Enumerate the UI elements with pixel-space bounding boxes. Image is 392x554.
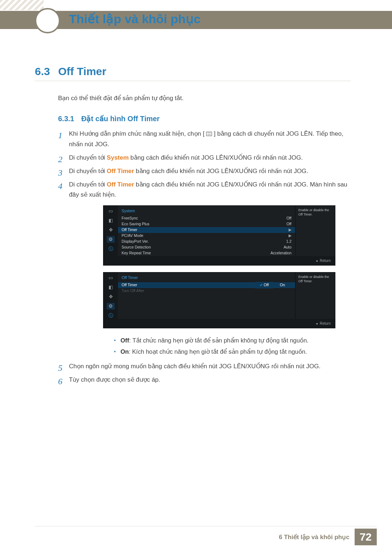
- steps-list: 1 Khi Hướng dẫn phím chức năng xuất hiện…: [58, 129, 351, 385]
- step-number: 1: [58, 128, 62, 143]
- osd-main: System FreeSyncOff Eco Saving PlusOff Of…: [118, 206, 295, 256]
- step-text: bằng cách điều khiển nút JOG LÊN/XUỐNG r…: [130, 154, 303, 161]
- osd-main: Off Timer Off Timer ✔Off On Turn Off Aft…: [118, 272, 295, 319]
- osd-row: Key Repeat TimeAcceleration: [118, 250, 295, 256]
- keyword-offtimer: Off Timer: [107, 181, 134, 188]
- footer-chapter: 6 Thiết lập và khôi phục: [279, 533, 349, 541]
- osd-help-panel: Enable or disable the Off Timer.: [295, 206, 335, 256]
- step-number: 3: [58, 165, 62, 180]
- step-text: Tùy chọn được chọn sẽ được áp.: [69, 376, 160, 383]
- page: Thiết lập và khôi phục 6.3 Off Timer Bạn…: [0, 0, 392, 554]
- return-arrow-icon: ◂: [316, 320, 318, 327]
- chapter-title: Thiết lập và khôi phục: [69, 12, 200, 26]
- sidebar-info-icon: ⓘ: [107, 246, 115, 252]
- osd-body: ▭ ◧ ✥ ⚙ ⓘ System FreeSyncOff Eco Saving …: [103, 206, 335, 256]
- osd-title: Off Timer: [118, 272, 295, 282]
- step-number: 5: [58, 361, 62, 376]
- osd-body: ▭ ◧ ✥ ⚙ ⓘ Off Timer Off Timer: [103, 272, 335, 319]
- osd-system-menu: ▭ ◧ ✥ ⚙ ⓘ System FreeSyncOff Eco Saving …: [103, 205, 335, 266]
- osd-row: DisplayPort Ver.1.2: [118, 239, 295, 245]
- step-2: 2 Di chuyển tới System bằng cách điều kh…: [58, 153, 351, 163]
- osd-row-selected: Off Timer▶: [118, 227, 295, 233]
- sidebar-color-icon: ◧: [107, 284, 115, 291]
- osd-title: System: [118, 206, 295, 216]
- step-text: Chọn ngôn ngữ mong muốn bằng cách điều k…: [69, 363, 320, 370]
- section-heading: 6.3 Off Timer: [35, 65, 351, 81]
- sidebar-picture-icon: ▭: [107, 275, 115, 281]
- return-label: Return: [320, 258, 331, 264]
- section-underline: [35, 81, 351, 81]
- chapter-badge: [35, 8, 60, 33]
- sidebar-picture-icon: ▭: [107, 208, 115, 214]
- osd-sidebar: ▭ ◧ ✥ ⚙ ⓘ: [103, 206, 118, 256]
- return-arrow-icon: ◂: [316, 258, 318, 264]
- keyword-offtimer: Off Timer: [107, 168, 134, 175]
- osd-row: Eco Saving PlusOff: [118, 221, 295, 227]
- sidebar-system-icon: ⚙: [107, 236, 115, 243]
- step-number: 4: [58, 179, 62, 194]
- sidebar-nav-icon: ✥: [107, 294, 115, 300]
- osd-footer: ◂Return: [103, 256, 335, 265]
- step-1: 1 Khi Hướng dẫn phím chức năng xuất hiện…: [58, 129, 351, 150]
- sidebar-system-icon: ⚙: [107, 303, 115, 309]
- osd-sidebar: ▭ ◧ ✥ ⚙ ⓘ: [103, 272, 118, 319]
- osd-row: PC/AV Mode▶: [118, 233, 295, 239]
- step-text: Di chuyển tới: [69, 168, 107, 175]
- sidebar-color-icon: ◧: [107, 217, 115, 224]
- option-descriptions: Off: Tắt chức năng hẹn giờ tắt để sản ph…: [114, 335, 351, 358]
- step-3: 3 Di chuyển tới Off Timer bằng cách điều…: [58, 166, 351, 177]
- osd-row: FreeSyncOff: [118, 216, 295, 221]
- subsection-heading: 6.3.1 Đặt cấu hình Off Timer: [58, 114, 351, 123]
- step-number: 6: [58, 374, 62, 389]
- step-5: 5 Chọn ngôn ngữ mong muốn bằng cách điều…: [58, 361, 351, 372]
- menu-icon: [206, 132, 212, 136]
- keyword-system: System: [107, 154, 128, 161]
- sidebar-nav-icon: ✥: [107, 227, 115, 233]
- osd-row-selected: Off Timer ✔Off On: [118, 282, 295, 288]
- intro-text: Bạn có thể thiết đặt để sản phẩm tự động…: [58, 94, 351, 102]
- page-number: 72: [355, 529, 377, 545]
- check-icon: ✔: [260, 283, 263, 287]
- step-text: Di chuyển tới: [69, 154, 107, 161]
- page-footer: 6 Thiết lập và khôi phục 72: [279, 529, 377, 545]
- osd-help-panel: Enable or disable the Off Timer.: [295, 272, 335, 319]
- step-4: 4 Di chuyển tới Off Timer bằng cách điều…: [58, 180, 351, 358]
- step-text: Di chuyển tới: [69, 181, 107, 188]
- step-6: 6 Tùy chọn được chọn sẽ được áp.: [58, 375, 351, 385]
- step-number: 2: [58, 152, 62, 167]
- subsection-number: 6.3.1: [58, 115, 74, 123]
- bullet-off: Off: Tắt chức năng hẹn giờ tắt để sản ph…: [114, 335, 351, 346]
- osd-row: Turn Off After: [118, 288, 295, 294]
- step-text: bằng cách điều khiển nút JOG LÊN/XUỐNG r…: [136, 168, 308, 175]
- content-area: 6.3 Off Timer Bạn có thể thiết đặt để sả…: [35, 65, 351, 388]
- section-title: Off Timer: [58, 65, 106, 78]
- osd-screenshots: ▭ ◧ ✥ ⚙ ⓘ System FreeSyncOff Eco Saving …: [103, 205, 351, 328]
- bullet-on: On: Kích hoạt chức năng hẹn giờ tắt để s…: [114, 346, 351, 357]
- section-number: 6.3: [35, 65, 50, 78]
- subsection-title: Đặt cấu hình Off Timer: [81, 115, 160, 123]
- step-text: Khi Hướng dẫn phím chức năng xuất hiện, …: [69, 130, 204, 137]
- corner-decor: [0, 0, 44, 10]
- sidebar-info-icon: ⓘ: [107, 312, 115, 319]
- osd-row: Source DetectionAuto: [118, 245, 295, 250]
- return-label: Return: [320, 320, 331, 327]
- footer-rule: [35, 526, 377, 526]
- osd-footer: ◂Return: [103, 319, 335, 328]
- osd-offtimer-menu: ▭ ◧ ✥ ⚙ ⓘ Off Timer Off Timer: [103, 272, 335, 328]
